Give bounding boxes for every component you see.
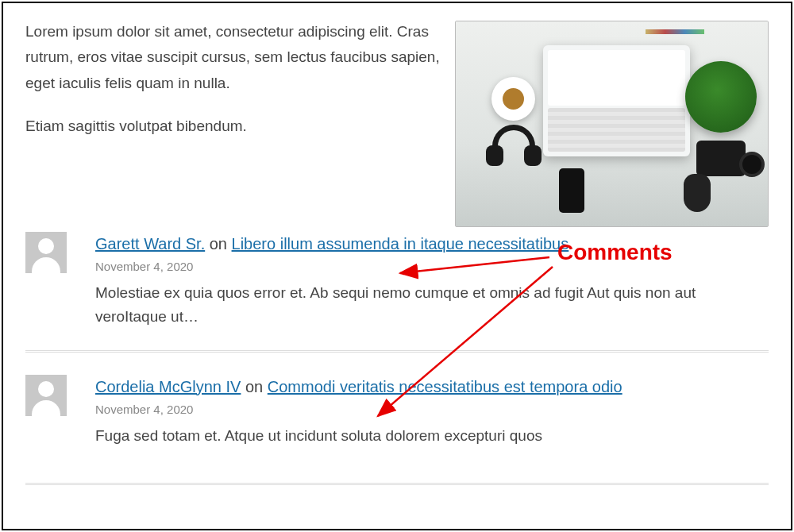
comment-separator xyxy=(25,483,769,485)
annotation-label: Comments xyxy=(557,240,673,265)
comment-author-link[interactable]: Cordelia McGlynn IV xyxy=(95,378,241,395)
on-text: on xyxy=(205,235,231,253)
avatar xyxy=(25,375,67,416)
intro-paragraph-2: Etiam sagittis volutpat bibendum. xyxy=(25,114,441,139)
intro-paragraph-1: Lorem ipsum dolor sit amet, consectetur … xyxy=(25,19,441,96)
on-text: on xyxy=(241,378,267,395)
comment-post-link[interactable]: Libero illum assumenda in itaque necessi… xyxy=(232,235,569,253)
page-frame: Lorem ipsum dolor sit amet, consectetur … xyxy=(2,2,792,530)
comments-list: Garett Ward Sr. on Libero illum assumend… xyxy=(25,232,769,485)
hero-image xyxy=(455,21,769,227)
comment-text: Fuga sed totam et. Atque ut incidunt sol… xyxy=(95,424,769,448)
intro-text: Lorem ipsum dolor sit amet, consectetur … xyxy=(25,17,441,227)
comment-title: Cordelia McGlynn IV on Commodi veritatis… xyxy=(95,375,769,399)
comment-author-link[interactable]: Garett Ward Sr. xyxy=(95,235,205,253)
comment-date: November 4, 2020 xyxy=(95,403,769,416)
comment-body: Cordelia McGlynn IV on Commodi veritatis… xyxy=(95,375,769,448)
comment-item: Cordelia McGlynn IV on Commodi veritatis… xyxy=(25,375,769,468)
comment-separator xyxy=(25,350,769,353)
avatar xyxy=(25,232,67,273)
comment-text: Molestiae ex quia quos error et. Ab sequ… xyxy=(95,281,769,330)
intro-section: Lorem ipsum dolor sit amet, consectetur … xyxy=(25,17,769,227)
comment-post-link[interactable]: Commodi veritatis necessitatibus est tem… xyxy=(268,378,622,395)
content-area: Lorem ipsum dolor sit amet, consectetur … xyxy=(3,3,791,485)
